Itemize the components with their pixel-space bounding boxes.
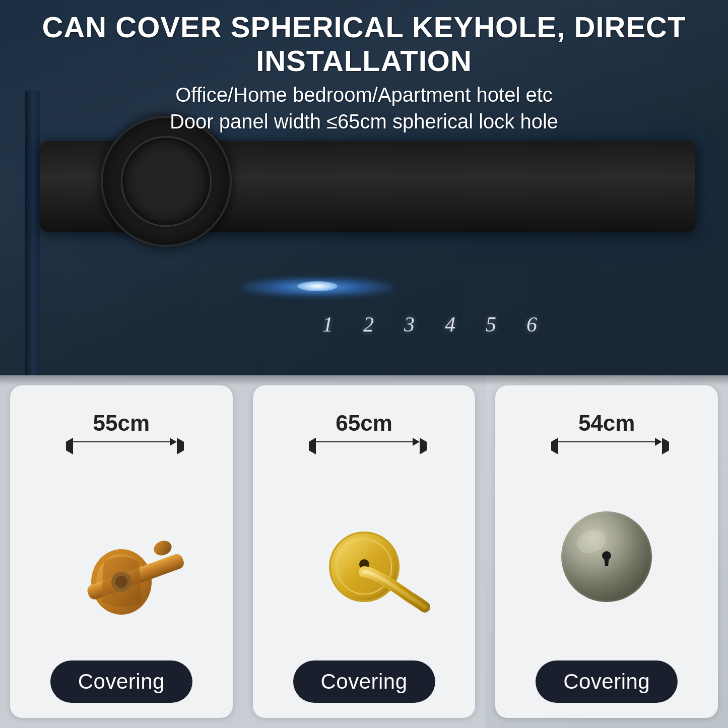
covering-badge-2: Covering [293, 660, 435, 703]
measurement-arrow-3 [551, 438, 662, 446]
handle-area-2 [253, 466, 476, 657]
header-section: CAN COVER SPHERICAL KEYHOLE, DIRECT INST… [0, 10, 728, 133]
gold-lever-svg [299, 476, 430, 647]
arrow-line-3 [558, 441, 655, 442]
sub-title-1: Office/Home bedroom/Apartment hotel etc [20, 84, 708, 106]
measurement-arrow-1 [66, 438, 177, 446]
arrow-left-2 [309, 438, 316, 446]
card-gold-lever: 65cm [243, 375, 486, 728]
measurement-2: 65cm [309, 411, 420, 446]
lock-num-4: 4 [445, 312, 455, 337]
svg-point-3 [152, 539, 173, 558]
card-inner-3: 54cm [495, 385, 718, 718]
arrow-right-2 [413, 438, 420, 446]
card-inner-2: 65cm [253, 385, 476, 718]
round-knob-svg [541, 491, 672, 632]
arrow-right-1 [170, 438, 177, 446]
measurement-1: 55cm [66, 411, 177, 446]
measurement-value-1: 55cm [93, 411, 150, 436]
arrow-left-3 [551, 438, 558, 446]
handle-area-3 [495, 466, 718, 657]
arrow-line-2 [316, 441, 413, 442]
covering-badge-3: Covering [536, 660, 678, 703]
arrow-right-3 [655, 438, 662, 446]
lock-num-6: 6 [526, 312, 537, 337]
lock-num-3: 3 [404, 312, 415, 337]
page-container: CAN COVER SPHERICAL KEYHOLE, DIRECT INST… [0, 0, 728, 728]
bronze-lever-svg [56, 481, 187, 642]
arrow-line-1 [73, 441, 170, 442]
arrow-left-1 [66, 438, 73, 446]
card-shadow-top [0, 375, 728, 385]
handle-area-1 [10, 466, 233, 657]
measurement-value-2: 65cm [336, 411, 392, 436]
svg-point-5 [115, 576, 127, 588]
sub-title-2: Door panel width ≤65cm spherical lock ho… [20, 110, 708, 133]
card-bronze-lever: 55cm [0, 375, 243, 728]
covering-badge-1: Covering [50, 660, 192, 703]
card-inner-1: 55cm [10, 385, 233, 718]
main-title: CAN COVER SPHERICAL KEYHOLE, DIRECT INST… [20, 10, 708, 78]
fingerprint-inner [121, 136, 212, 227]
lock-glow-core [297, 281, 338, 291]
measurement-value-3: 54cm [578, 411, 635, 436]
card-round-knob: 54cm [485, 375, 728, 728]
measurement-arrow-2 [309, 438, 420, 446]
fingerprint-sensor [101, 116, 232, 247]
door-edge [25, 91, 40, 383]
lock-num-1: 1 [322, 312, 333, 337]
lock-num-2: 2 [363, 312, 374, 337]
cards-section: 55cm [0, 375, 728, 728]
measurement-3: 54cm [551, 411, 662, 446]
lock-num-5: 5 [486, 312, 496, 337]
lock-numbers: 1 2 3 4 5 6 [322, 312, 537, 337]
